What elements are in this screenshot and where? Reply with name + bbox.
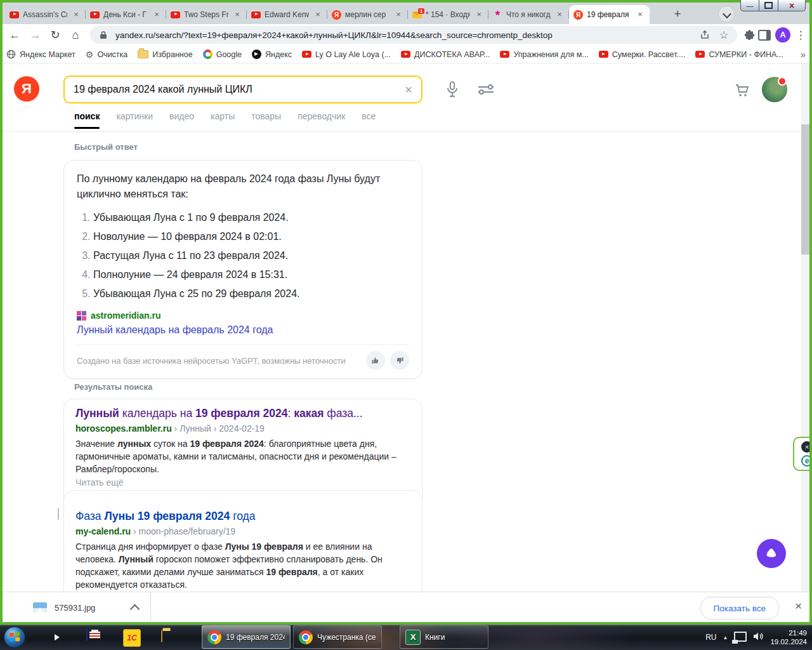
bookmark-youtube-3[interactable]: Упражнения для м...: [500, 50, 588, 59]
youtube-icon: [171, 11, 180, 18]
voice-search-icon[interactable]: [444, 81, 461, 101]
close-icon[interactable]: ×: [554, 10, 565, 20]
bookmark-yandex-market[interactable]: Яндекс Маркет: [6, 50, 75, 59]
bookmark-youtube-5[interactable]: СУМЕРКИ - ФИНА...: [695, 50, 783, 59]
tab-video[interactable]: видео: [169, 111, 194, 121]
share-icon[interactable]: [698, 28, 712, 42]
bookmark-cleanup[interactable]: ⚙ Очистка: [86, 50, 128, 60]
close-icon[interactable]: ×: [474, 10, 484, 20]
scrollbar[interactable]: [801, 63, 809, 592]
tab-all[interactable]: все: [362, 111, 376, 121]
bookmark-yandex[interactable]: Яндекс: [252, 50, 292, 59]
floppy-app-icon[interactable]: [86, 628, 88, 640]
result-title-link[interactable]: Лунный календарь на 19 февраля 2024: как…: [75, 406, 410, 421]
tab-mail[interactable]: 1 * 154 · Входя ×: [408, 5, 488, 24]
close-icon[interactable]: ×: [635, 10, 645, 20]
bookmark-star-icon[interactable]: ☆: [717, 28, 731, 42]
tab-youtube-1[interactable]: Assassin's Cr ×: [5, 5, 86, 24]
tab-search-button[interactable]: [718, 6, 735, 22]
close-download-bar-icon[interactable]: ×: [795, 599, 802, 613]
bookmark-favorites-folder[interactable]: Избранное: [138, 50, 192, 59]
browser-menu-icon[interactable]: ⋮: [794, 29, 807, 42]
show-all-downloads-button[interactable]: Показать все: [700, 597, 779, 620]
taskbar-excel-window[interactable]: X Книги: [400, 625, 488, 649]
tab-maps[interactable]: карты: [211, 111, 235, 121]
minimize-button[interactable]: —: [740, 0, 759, 11]
tab-images[interactable]: картинки: [116, 111, 153, 121]
chevron-up-icon[interactable]: [130, 604, 140, 614]
explorer-folder-icon[interactable]: [161, 630, 162, 642]
yandex-logo[interactable]: Я: [14, 76, 39, 102]
tab-youtube-2[interactable]: День Кси - Г ×: [86, 5, 166, 24]
network-icon[interactable]: [734, 632, 747, 642]
alice-assistant-button[interactable]: [757, 539, 786, 568]
new-tab-button[interactable]: +: [669, 6, 686, 22]
tab-youtube-4[interactable]: Edward Kenw ×: [247, 5, 327, 24]
home-button[interactable]: ⌂: [66, 26, 85, 44]
download-filename[interactable]: 575931.jpg: [55, 603, 95, 613]
close-icon[interactable]: ×: [232, 10, 242, 20]
nav-divider: [0, 131, 801, 132]
breadcrumb[interactable]: my-calend.ru › moon-phase/february/19: [75, 526, 410, 536]
search-input[interactable]: 19 февраля 2024 какой лунный ЦИКЛ ×: [63, 76, 422, 103]
close-icon[interactable]: ×: [313, 10, 323, 20]
user-avatar[interactable]: [762, 77, 787, 102]
reload-button[interactable]: ↻: [46, 26, 65, 44]
browser-profile-avatar[interactable]: A: [775, 27, 790, 43]
extensions-puzzle-icon[interactable]: [742, 28, 756, 42]
thumbs-down-button[interactable]: [390, 351, 409, 370]
close-window-button[interactable]: ×: [778, 0, 806, 11]
tab-active-yandex[interactable]: Я 19 февраля ×: [569, 5, 650, 24]
side-panel-icon[interactable]: [757, 28, 771, 42]
hidden-icons-arrow[interactable]: ▲: [723, 635, 728, 640]
quick-answer-card: По лунному календарю на февраль 2024 год…: [63, 160, 422, 379]
forward-button[interactable]: →: [25, 26, 44, 44]
bookmark-youtube-1[interactable]: Ly O Lay Ale Loya (...: [302, 50, 391, 59]
1c-app-icon[interactable]: 1С: [123, 629, 141, 647]
address-bar[interactable]: yandex.ru/search/?text=19+февраля+2024+к…: [90, 26, 737, 44]
tab-pink-site[interactable]: * Что я никогд ×: [488, 5, 569, 24]
scrollbar-thumb[interactable]: [801, 124, 809, 255]
unread-badge: 1: [418, 8, 424, 14]
bookmark-youtube-4[interactable]: Сумерки. Рассвет....: [599, 50, 686, 59]
browser-toolbar: ← → ↻ ⌂ yandex.ru/search/?text=19+феврал…: [0, 24, 812, 46]
bookmark-google[interactable]: Google: [203, 50, 242, 59]
cart-icon[interactable]: [734, 82, 750, 101]
bookmark-label: Ly O Lay Ale Loya (...: [315, 50, 391, 59]
back-button[interactable]: ←: [5, 26, 24, 44]
read-more-link[interactable]: Читать ещё: [75, 477, 410, 488]
search-settings-icon[interactable]: [477, 83, 495, 99]
close-icon[interactable]: ×: [393, 10, 403, 20]
clear-search-icon[interactable]: ×: [405, 83, 412, 96]
close-icon[interactable]: ×: [71, 10, 81, 20]
tab-yandex-search[interactable]: Я мерлин сер ×: [327, 5, 408, 24]
gear-icon: ⚙: [86, 50, 94, 60]
result-title-link[interactable]: Фаза Луны 19 февраля 2024 года: [75, 509, 410, 524]
close-icon[interactable]: ×: [801, 441, 812, 453]
youtube-icon: [401, 51, 410, 58]
clock[interactable]: 21:49 19.02.2024: [770, 628, 807, 646]
eset-icon[interactable]: e: [801, 455, 812, 467]
source-domain[interactable]: astromeridian.ru: [91, 310, 160, 321]
search-nav: поиск картинки видео карты товары перево…: [74, 111, 376, 121]
close-icon[interactable]: ×: [152, 10, 162, 20]
taskbar-chrome-window-2[interactable]: Чужестранка (се...: [293, 625, 382, 649]
taskbar-chrome-window-1[interactable]: 19 февраля 2024 ...: [202, 625, 291, 649]
volume-icon[interactable]: [753, 632, 764, 644]
maximize-button[interactable]: [759, 0, 778, 11]
breadcrumb[interactable]: horoscopes.rambler.ru › Лунный › 2024-02…: [75, 423, 410, 434]
tab-goods[interactable]: товары: [251, 111, 281, 121]
language-indicator[interactable]: RU: [705, 633, 716, 642]
window-controls: — ×: [740, 0, 806, 11]
start-button[interactable]: [3, 626, 26, 650]
maximize-icon: [764, 2, 773, 9]
bookmark-label: ДИСКОТЕКА АВАР...: [414, 50, 490, 59]
bookmark-youtube-2[interactable]: ДИСКОТЕКА АВАР...: [401, 50, 490, 59]
source-link[interactable]: Лунный календарь на февраль 2024 года: [77, 324, 409, 336]
thumbs-up-button[interactable]: [366, 351, 385, 370]
antivirus-side-widget: × e: [793, 437, 812, 471]
bookmarks-overflow-icon[interactable]: »: [801, 49, 806, 60]
tab-search[interactable]: поиск: [74, 111, 100, 121]
tab-translate[interactable]: переводчик: [298, 111, 345, 121]
tab-youtube-3[interactable]: Two Steps Fr ×: [166, 5, 247, 24]
